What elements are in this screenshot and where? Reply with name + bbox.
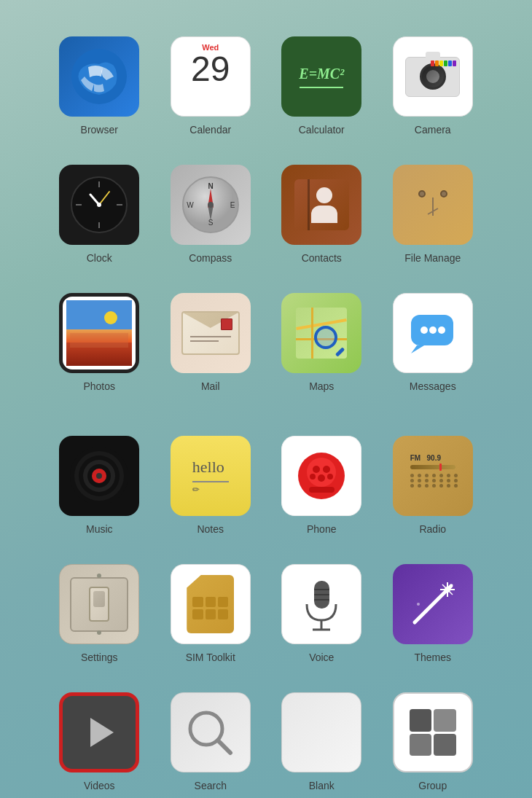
settings-label: Settings [81, 652, 118, 663]
svg-point-30 [96, 473, 102, 479]
app-settings[interactable]: Settings [44, 549, 155, 678]
voice-icon [281, 564, 361, 644]
svg-rect-38 [309, 487, 335, 493]
clock-icon [59, 165, 139, 245]
calendar-icon: Wed 29 [171, 36, 251, 117]
app-clock[interactable]: Clock [44, 150, 155, 278]
app-search[interactable]: Search [155, 678, 267, 798]
phone-label: Phone [307, 523, 336, 535]
calendar-label: Calendar [189, 124, 231, 136]
radio-icon: FM 90.9 [393, 436, 473, 516]
browser-icon [59, 36, 139, 117]
voice-label: Voice [309, 652, 334, 663]
group-icon [393, 692, 473, 772]
app-camera[interactable]: Camera [378, 22, 489, 150]
photos-icon [59, 293, 139, 373]
app-mail[interactable]: Mail [155, 278, 267, 407]
themes-label: Themes [414, 652, 451, 663]
mail-icon [171, 293, 251, 373]
app-music[interactable]: Music [44, 421, 155, 549]
simtoolkit-icon [171, 564, 251, 644]
radio-label: Radio [419, 523, 446, 535]
svg-point-52 [417, 603, 420, 606]
app-videos[interactable]: Videos [44, 678, 155, 798]
app-photos[interactable]: Photos [44, 278, 155, 407]
videos-icon [59, 692, 139, 772]
blank-label: Blank [309, 780, 335, 791]
svg-point-37 [327, 474, 333, 480]
app-notes[interactable]: hello ✏ Notes [155, 421, 267, 549]
maps-label: Maps [309, 380, 334, 392]
compass-label: Compass [189, 252, 232, 264]
app-themes[interactable]: Themes [378, 549, 489, 678]
contacts-icon [281, 165, 361, 245]
app-compass[interactable]: N S W E Compass [155, 150, 267, 278]
notes-icon: hello ✏ [171, 436, 251, 516]
compass-icon: N S W E [171, 165, 251, 245]
svg-point-51 [423, 610, 427, 614]
search-icon [171, 692, 251, 772]
svg-text:E: E [230, 201, 235, 209]
app-calendar[interactable]: Wed 29 Calendar [155, 22, 267, 150]
camera-icon [393, 36, 473, 117]
app-filemanage[interactable]: File Manage [378, 150, 489, 278]
clock-label: Clock [87, 252, 112, 264]
app-maps[interactable]: Maps [266, 278, 378, 407]
svg-marker-53 [90, 718, 114, 747]
app-phone[interactable]: Phone [266, 421, 378, 549]
simtoolkit-label: SIM Toolkit [186, 652, 235, 663]
photos-label: Photos [83, 380, 115, 392]
app-group[interactable]: Group [378, 678, 489, 798]
phone-icon [281, 436, 361, 516]
camera-label: Camera [415, 124, 451, 136]
app-calculator[interactable]: E=MC² Calculator [266, 22, 378, 150]
videos-label: Videos [84, 780, 115, 791]
calculator-icon: E=MC² [281, 36, 361, 117]
app-simtoolkit[interactable]: SIM Toolkit [155, 549, 267, 678]
search-label: Search [195, 780, 227, 791]
app-contacts[interactable]: Contacts [266, 150, 378, 278]
app-messages[interactable]: Messages [378, 278, 489, 407]
blank-icon [281, 692, 361, 772]
svg-point-33 [313, 466, 320, 473]
music-label: Music [86, 523, 113, 535]
svg-point-22 [438, 326, 445, 334]
svg-point-32 [307, 458, 336, 487]
svg-point-8 [97, 203, 101, 207]
svg-point-16 [208, 202, 214, 208]
contacts-label: Contacts [302, 252, 342, 264]
svg-line-55 [218, 740, 230, 753]
filemanage-icon [393, 165, 473, 245]
calculator-label: Calculator [299, 124, 345, 136]
filemanage-label: File Manage [404, 252, 461, 264]
app-radio[interactable]: FM 90.9 [378, 421, 489, 549]
svg-point-20 [420, 326, 428, 334]
app-blank[interactable]: Blank [266, 678, 378, 798]
svg-point-21 [429, 326, 437, 334]
svg-point-34 [323, 466, 330, 473]
app-browser[interactable]: Browser [44, 22, 155, 150]
maps-icon [281, 293, 361, 373]
settings-icon [59, 564, 139, 644]
notes-label: Notes [197, 523, 224, 535]
browser-label: Browser [81, 124, 118, 136]
mail-label: Mail [201, 380, 220, 392]
themes-icon [393, 564, 473, 644]
messages-icon [393, 293, 473, 373]
svg-text:W: W [187, 201, 194, 209]
svg-point-36 [310, 474, 316, 480]
app-voice[interactable]: Voice [266, 549, 378, 678]
messages-label: Messages [410, 380, 456, 392]
group-label: Group [418, 780, 447, 791]
svg-point-35 [318, 474, 325, 482]
music-icon [59, 436, 139, 516]
